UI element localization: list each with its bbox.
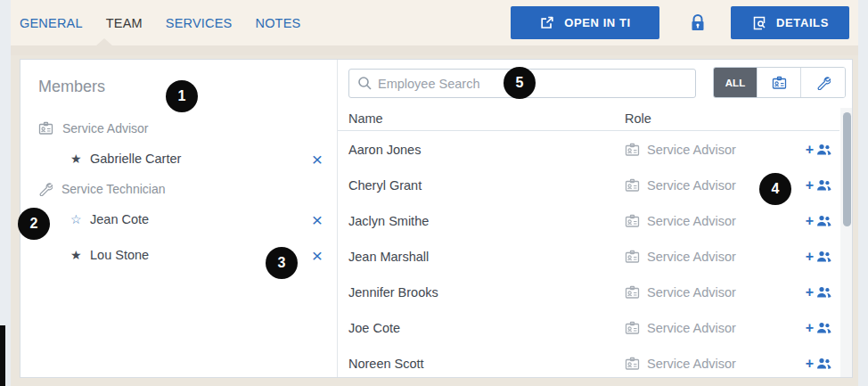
- document-search-icon: [751, 15, 767, 31]
- tab-services[interactable]: SERVICES: [164, 12, 234, 34]
- tab-team[interactable]: TEAM: [104, 12, 144, 34]
- member-name: Gabrielle Carter: [90, 152, 181, 166]
- employee-name: Joe Cote: [348, 321, 625, 335]
- annotation-badge-1: 1: [166, 80, 198, 112]
- employee-role-label: Service Advisor: [647, 178, 736, 193]
- people-add-icon: [815, 179, 832, 192]
- employee-row: Jaclyn Smithe Service Advisor +: [338, 203, 839, 239]
- open-in-ti-button[interactable]: OPEN IN TI: [511, 6, 659, 39]
- employee-list-scrollbar[interactable]: [840, 108, 853, 377]
- details-label: DETAILS: [776, 16, 829, 29]
- annotation-badge-4: 4: [759, 173, 791, 205]
- plus-icon: +: [806, 357, 814, 371]
- remove-member-button[interactable]: ×: [310, 246, 324, 265]
- add-to-team-button[interactable]: +: [797, 285, 839, 300]
- wrench-icon: [38, 182, 53, 196]
- star-filled-icon[interactable]: ★: [70, 248, 90, 262]
- employee-role-label: Service Advisor: [647, 285, 736, 300]
- id-badge-icon: [625, 214, 640, 228]
- people-add-icon: [815, 215, 832, 227]
- employee-name: Jean Marshall: [348, 250, 625, 264]
- annotation-badge-3: 3: [266, 247, 298, 279]
- people-add-icon: [815, 286, 832, 299]
- employee-row: Aaron Jones Service Advisor +: [338, 132, 839, 168]
- filter-id-badge-button[interactable]: [757, 68, 801, 97]
- add-to-team-button[interactable]: +: [797, 321, 839, 335]
- id-badge-icon: [772, 76, 787, 90]
- employee-name: Jaclyn Smithe: [348, 214, 625, 228]
- employee-role-label: Service Advisor: [647, 143, 736, 157]
- employee-name: Jennifer Brooks: [348, 285, 625, 300]
- plus-icon: +: [806, 143, 814, 157]
- employee-table-header: Name Role: [338, 106, 839, 131]
- id-badge-icon: [625, 178, 640, 193]
- member-group-label: Service Technician: [61, 182, 165, 196]
- scrollbar-thumb[interactable]: [843, 112, 851, 226]
- team-content-panel: Members Service Advisor★ Gabrielle Carte…: [20, 59, 853, 378]
- open-external-icon: [539, 16, 555, 30]
- details-button[interactable]: DETAILS: [731, 6, 849, 39]
- employee-search-row: ALL: [338, 67, 853, 100]
- member-group-service-technician: Service Technician: [38, 177, 337, 201]
- employee-role-label: Service Advisor: [647, 321, 736, 335]
- topbar-actions: OPEN IN TI: [511, 6, 858, 39]
- add-to-team-button[interactable]: +: [797, 357, 839, 371]
- background-window-edge: [0, 325, 5, 386]
- column-header-role: Role: [625, 111, 651, 126]
- plus-icon: +: [806, 214, 814, 228]
- id-badge-icon: [625, 143, 640, 157]
- member-row: ★ Gabrielle Carter ×: [38, 141, 337, 177]
- people-add-icon: [815, 357, 832, 370]
- lock-icon[interactable]: [689, 13, 707, 33]
- employee-row: Noreen Scott Service Advisor +: [338, 346, 839, 378]
- employee-row: Joe Cote Service Advisor +: [338, 310, 839, 346]
- filter-wrench-button[interactable]: [801, 68, 845, 97]
- member-name: Jean Cote: [90, 212, 149, 226]
- plus-icon: +: [806, 285, 814, 300]
- tab-general[interactable]: GENERAL: [18, 12, 85, 34]
- tab-indicator-strip: [11, 45, 858, 55]
- star-outline-icon[interactable]: ☆: [70, 212, 90, 226]
- annotation-badge-2: 2: [18, 208, 50, 240]
- id-badge-icon: [625, 250, 640, 264]
- id-badge-icon: [625, 357, 640, 371]
- filter-all-button[interactable]: ALL: [714, 68, 757, 97]
- employee-role: Service Advisor: [625, 250, 797, 264]
- member-group-service-advisor: Service Advisor: [38, 116, 337, 141]
- app-window: GENERALTEAMSERVICESNOTES OPEN IN TI: [11, 0, 858, 386]
- plus-icon: +: [806, 250, 814, 264]
- active-tab-notch: [96, 38, 112, 45]
- employee-table-body: Aaron Jones Service Advisor + Cheryl Gra…: [338, 132, 839, 377]
- employee-role-label: Service Advisor: [647, 214, 736, 228]
- role-filter-group: ALL: [713, 67, 846, 98]
- open-in-ti-label: OPEN IN TI: [564, 16, 631, 29]
- add-to-team-button[interactable]: +: [797, 178, 839, 193]
- id-badge-icon: [38, 121, 53, 136]
- employee-name: Cheryl Grant: [348, 178, 625, 193]
- employee-name: Aaron Jones: [348, 143, 625, 157]
- plus-icon: +: [806, 178, 814, 193]
- employee-role: Service Advisor: [625, 357, 797, 371]
- wrench-icon: [816, 76, 831, 90]
- member-group-label: Service Advisor: [62, 121, 148, 136]
- id-badge-icon: [625, 285, 640, 300]
- add-to-team-button[interactable]: +: [797, 143, 839, 157]
- annotation-badge-5: 5: [504, 67, 536, 99]
- employee-row: Jennifer Brooks Service Advisor +: [338, 275, 839, 310]
- employee-role-label: Service Advisor: [647, 357, 736, 371]
- employee-name: Noreen Scott: [348, 357, 625, 371]
- remove-member-button[interactable]: ×: [310, 210, 324, 229]
- employee-role: Service Advisor: [625, 214, 797, 228]
- star-filled-icon[interactable]: ★: [70, 152, 90, 166]
- search-icon: [357, 76, 373, 91]
- remove-member-button[interactable]: ×: [310, 150, 324, 168]
- add-to-team-button[interactable]: +: [797, 250, 839, 264]
- id-badge-icon: [625, 321, 640, 335]
- member-name: Lou Stone: [90, 248, 149, 262]
- tab-notes[interactable]: NOTES: [253, 12, 302, 34]
- add-to-team-button[interactable]: +: [797, 214, 839, 228]
- employee-role: Service Advisor: [625, 143, 797, 157]
- employee-role-label: Service Advisor: [647, 250, 736, 264]
- column-header-name: Name: [348, 111, 625, 126]
- top-tab-bar: GENERALTEAMSERVICESNOTES OPEN IN TI: [11, 0, 858, 45]
